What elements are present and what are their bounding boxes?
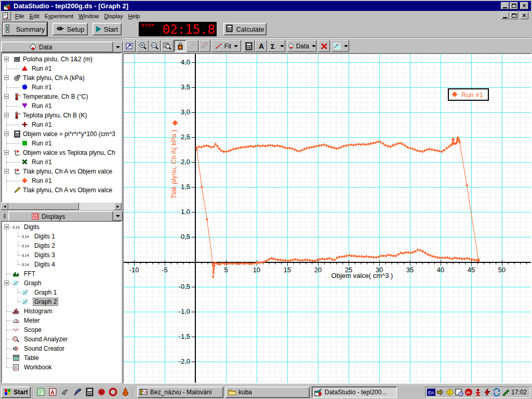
menu-help[interactable]: Help <box>126 11 143 21</box>
data-tree-item[interactable]: Run #1 <box>2 176 122 185</box>
task-button-3[interactable]: DataStudio - tepl200... <box>312 387 397 398</box>
app-icon[interactable] <box>3 2 11 10</box>
speaker-icon[interactable] <box>436 388 445 396</box>
menu-edit[interactable]: Edit <box>27 11 42 21</box>
data-tree-item[interactable]: RTDTeplota plynu, Ch B (K) <box>2 111 122 120</box>
data-tree-item[interactable]: Poloha pistu, Ch 1&2 (m) <box>2 55 122 64</box>
setup-icon <box>56 24 64 33</box>
data-tree-item[interactable]: Run #1 <box>2 139 122 148</box>
displays-tree-item-histogram[interactable]: Histogram <box>2 307 122 316</box>
data-tree-item[interactable]: Run #1 <box>2 101 122 111</box>
displays-tree-item-sound-analyzer[interactable]: Sound Analyzer <box>2 335 122 344</box>
fit-dropdown[interactable]: Fit <box>211 40 241 52</box>
sync-icon[interactable] <box>493 388 501 396</box>
pencil-tray-icon[interactable] <box>502 388 510 396</box>
ati-icon[interactable]: Ati <box>464 388 473 396</box>
dragon-icon[interactable] <box>97 388 107 397</box>
child-restore-button[interactable] <box>510 12 518 19</box>
antivirus-icon[interactable]: ! <box>446 388 454 396</box>
delete-button[interactable] <box>318 40 330 52</box>
setup-icon <box>56 24 64 34</box>
start-menu-button[interactable]: Start <box>1 387 31 398</box>
task-button-2[interactable]: kuba <box>225 387 310 398</box>
zoom-out-button[interactable] <box>149 40 161 52</box>
svg-text:A: A <box>259 42 264 50</box>
text-note-button[interactable]: A <box>255 40 267 52</box>
menu-display[interactable]: Display <box>102 11 126 21</box>
setup-button[interactable]: Setup <box>52 23 88 35</box>
histogram-icon <box>12 308 20 315</box>
scroll-left-arrow[interactable]: ◄ <box>1 203 8 210</box>
data-tree-item[interactable]: Run #1 <box>2 120 122 129</box>
calculate-tool-button[interactable] <box>243 40 255 52</box>
data-tree-item[interactable]: Objem valce = pi*r*r*y*100 (cm^3 <box>2 129 122 139</box>
red-man-icon[interactable] <box>474 388 482 396</box>
data-tree-item[interactable]: Tlak plynu, Ch A vs Objem valce <box>2 185 122 195</box>
data-diamond-icon <box>288 42 295 50</box>
graph-settings-dropdown[interactable] <box>331 40 349 52</box>
slope-tool-button[interactable] <box>199 40 210 52</box>
x-tick-label: -5 <box>162 266 168 274</box>
zoom-select-button[interactable] <box>161 40 174 52</box>
data-tree-item[interactable]: yxObjem valce vs Teplota plynu, Ch <box>2 148 122 157</box>
displays-tree-item-digits-3[interactable]: 3.14Digits 3 <box>2 250 122 260</box>
data-tree-item[interactable]: Run #1 <box>2 83 122 92</box>
menu-window[interactable]: Window <box>76 11 101 21</box>
displays-tree-item-meter[interactable]: Meter <box>2 316 122 325</box>
en-keyboard-icon[interactable]: En <box>427 388 435 396</box>
close-button[interactable]: × <box>520 2 528 9</box>
displays-tree-item-digits-4[interactable]: 3.14Digits 4 <box>2 260 122 269</box>
displays-tree-item-sound-creator[interactable]: Sound Creator <box>2 344 122 353</box>
calculator-icon[interactable] <box>85 388 95 397</box>
displays-splitter[interactable] <box>1 211 8 221</box>
displays-tree-item-graph-1[interactable]: Graph 1 <box>2 288 122 297</box>
zoom-in-button[interactable] <box>137 40 149 52</box>
data-tree-item[interactable]: Run #1 <box>2 157 122 167</box>
displays-tree-item-digits-2[interactable]: 3.14Digits 2 <box>2 241 122 250</box>
data-item-label: Tlak plynu, Ch A (kPa) <box>23 74 85 82</box>
data-tree-hscrollbar[interactable]: ◄► <box>1 203 122 210</box>
displays-tree-item-graph-2[interactable]: Graph 2 <box>2 297 122 307</box>
bird-icon[interactable] <box>60 388 70 397</box>
data-tree-item[interactable]: Tlak plynu, Ch A (kPa) <box>2 73 122 83</box>
data-tree-item[interactable]: RTDTemperature, Ch B (°C) <box>2 92 122 101</box>
displays-tree-item-graph[interactable]: Graph <box>2 278 122 288</box>
notes-icon[interactable] <box>36 388 46 397</box>
acrobat-icon[interactable]: A <box>48 388 58 397</box>
data-panel-dropdown[interactable] <box>113 42 123 52</box>
data-panel-header[interactable]: Data <box>1 42 113 52</box>
child-close-button[interactable]: × <box>520 12 528 19</box>
data-dropdown[interactable]: Data <box>287 40 316 52</box>
sigma-dropdown[interactable]: Σ <box>268 40 285 52</box>
scroll-right-arrow[interactable]: ► <box>114 203 122 210</box>
displays-panel-dropdown[interactable] <box>113 211 123 221</box>
menu-experiment[interactable]: Experiment <box>42 11 76 21</box>
displays-panel-header[interactable]: Displays <box>8 211 113 222</box>
data-tree-item[interactable]: Run #1 <box>2 64 122 73</box>
child-minimize-button[interactable] <box>501 12 509 19</box>
start-button[interactable]: Start <box>92 23 122 35</box>
data-tree-item[interactable]: yxTlak plynu, Ch A vs Objem valce <box>2 167 122 176</box>
displays-tree-item-fft[interactable]: FFT <box>2 269 122 278</box>
scroll-thumb[interactable] <box>8 203 79 210</box>
pen-icon[interactable] <box>73 388 83 397</box>
summary-button[interactable]: Summary <box>3 22 47 36</box>
task-button-1[interactable]: Bez_názvu - Malování <box>137 387 223 398</box>
smart-tool-button[interactable] <box>174 40 186 52</box>
displays-tree-item-table[interactable]: Table <box>2 353 122 363</box>
scale-to-fit-button[interactable] <box>123 40 136 52</box>
xy-tool-button[interactable]: xy <box>187 40 198 52</box>
menu-file[interactable]: File <box>12 11 27 21</box>
document-icon[interactable] <box>2 11 11 20</box>
power-icon[interactable] <box>483 388 491 396</box>
scheduler-icon[interactable] <box>455 388 463 396</box>
opera-icon[interactable] <box>109 388 118 397</box>
restore-button[interactable] <box>510 2 518 9</box>
displays-tree-item-scope[interactable]: Scope <box>2 325 122 335</box>
calculate-button[interactable]: Calculate <box>223 23 267 35</box>
flame-icon[interactable] <box>121 388 130 397</box>
displays-tree-item-digits-1[interactable]: 3.14Digits 1 <box>2 232 122 241</box>
displays-tree-item-workbook[interactable]: Workbook <box>2 363 122 372</box>
minimize-button[interactable] <box>501 2 509 9</box>
displays-tree-item-digits[interactable]: 3.14Digits <box>2 222 122 232</box>
